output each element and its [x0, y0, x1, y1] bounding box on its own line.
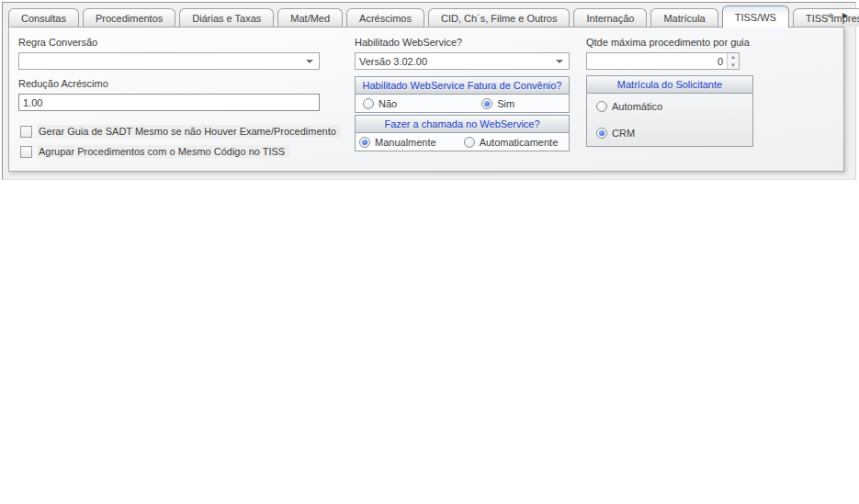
group-chamada-webservice: Fazer a chamada no WebService? Manualmen…: [355, 115, 570, 151]
radio-icon: [596, 101, 607, 112]
radio-label: Manualmente: [375, 137, 436, 148]
tab-scroll-left-icon[interactable]: ◄: [824, 10, 833, 21]
tab-procedimentos[interactable]: Procedimentos: [83, 8, 175, 27]
group-matricula-solicitante-title: Matrícula do Solicitante: [587, 76, 752, 94]
tab-consultas[interactable]: Consultas: [8, 8, 79, 27]
radio-nao[interactable]: Não: [363, 98, 397, 109]
checkbox-icon[interactable]: [20, 146, 32, 158]
radio-label: Não: [379, 98, 397, 109]
tab-scroll-right-icon[interactable]: ►: [841, 10, 850, 21]
radio-label: CRM: [612, 128, 635, 139]
tab-label: CID, Ch´s, Filme e Outros: [441, 13, 558, 24]
tab-label: Consultas: [21, 13, 66, 24]
radio-manualmente[interactable]: Manualmente: [359, 137, 436, 148]
reducao-acrescimo-field-wrap: [18, 94, 320, 111]
tab-acrescimos[interactable]: Acréscimos: [346, 8, 424, 27]
habilitado-webservice-label: Habilitado WebService?: [355, 37, 462, 48]
radio-label: Sim: [497, 98, 514, 109]
reducao-acrescimo-label: Redução Acréscimo: [18, 78, 108, 89]
qtde-maxima-label: Qtde máxima procedimento por guia: [586, 37, 750, 48]
radio-crm[interactable]: CRM: [596, 128, 635, 139]
regra-conversao-select[interactable]: [18, 52, 320, 70]
tab-strip: Consultas Procedimentos Diárias e Taxas …: [3, 3, 855, 27]
tab-tiss-ws[interactable]: TISS/WS: [722, 6, 789, 28]
tab-label: Internação: [586, 13, 634, 24]
tab-label: Matrícula: [663, 13, 705, 24]
qtde-maxima-spinner: ▲ ▼: [586, 52, 740, 70]
radio-automaticamente[interactable]: Automaticamente: [464, 137, 559, 148]
radio-automatico[interactable]: Automático: [596, 101, 662, 112]
group-matricula-solicitante: Matrícula do Solicitante Automático CRM: [586, 75, 753, 147]
regra-conversao-label: Regra Conversão: [18, 37, 97, 48]
qtde-maxima-field[interactable]: [587, 53, 727, 69]
checkbox-agrupar-procedimentos[interactable]: Agrupar Procedimentos com o Mesmo Código…: [20, 145, 289, 158]
group-fatura-convenio-title: Habilitado WebService Fatura de Convênio…: [356, 77, 569, 95]
habilitado-webservice-value: Versão 3.02.00: [356, 56, 556, 67]
tab-scroll-buttons: ◄ ►: [824, 10, 850, 21]
checkbox-icon[interactable]: [20, 126, 32, 138]
reducao-acrescimo-field[interactable]: [19, 95, 319, 110]
habilitado-webservice-select[interactable]: Versão 3.02.00: [355, 52, 570, 70]
radio-label: Automaticamente: [480, 137, 559, 148]
spinner-down-icon[interactable]: ▼: [728, 62, 739, 70]
tab-label: Procedimentos: [96, 13, 163, 24]
tab-mat-med[interactable]: Mat/Med: [277, 8, 343, 27]
tab-page-tiss-ws: Regra Conversão Redução Acréscimo Gerar …: [8, 27, 844, 172]
checkbox-label: Gerar Guia de SADT Mesmo se não Houver E…: [37, 125, 341, 138]
tab-label: Acréscimos: [359, 13, 412, 24]
tab-matricula[interactable]: Matrícula: [650, 8, 718, 27]
dropdown-arrow-icon: [306, 60, 313, 63]
group-chamada-webservice-title: Fazer a chamada no WebService?: [356, 116, 569, 133]
spinner-up-icon[interactable]: ▲: [728, 53, 739, 62]
spinner-buttons: ▲ ▼: [727, 53, 739, 69]
radio-icon: [464, 137, 475, 148]
group-fatura-convenio: Habilitado WebService Fatura de Convênio…: [355, 76, 570, 113]
tab-diarias-e-taxas[interactable]: Diárias e Taxas: [179, 8, 274, 27]
tab-label: Diárias e Taxas: [192, 13, 261, 24]
tab-cid-chs-filme-outros[interactable]: CID, Ch´s, Filme e Outros: [428, 8, 571, 27]
radio-icon: [359, 137, 370, 148]
radio-icon: [481, 98, 492, 109]
radio-sim[interactable]: Sim: [481, 98, 514, 109]
tab-control: Consultas Procedimentos Diárias e Taxas …: [2, 2, 856, 180]
dropdown-arrow-icon: [556, 60, 563, 63]
tab-internacao[interactable]: Internação: [573, 8, 647, 27]
radio-icon: [596, 128, 607, 139]
radio-label: Automático: [612, 101, 662, 112]
radio-icon: [363, 98, 374, 109]
checkbox-gerar-guia-sadt[interactable]: Gerar Guia de SADT Mesmo se não Houver E…: [20, 125, 341, 138]
tab-label: TISS/WS: [735, 12, 776, 23]
checkbox-label: Agrupar Procedimentos com o Mesmo Código…: [37, 145, 289, 158]
tab-label: Mat/Med: [290, 13, 330, 24]
